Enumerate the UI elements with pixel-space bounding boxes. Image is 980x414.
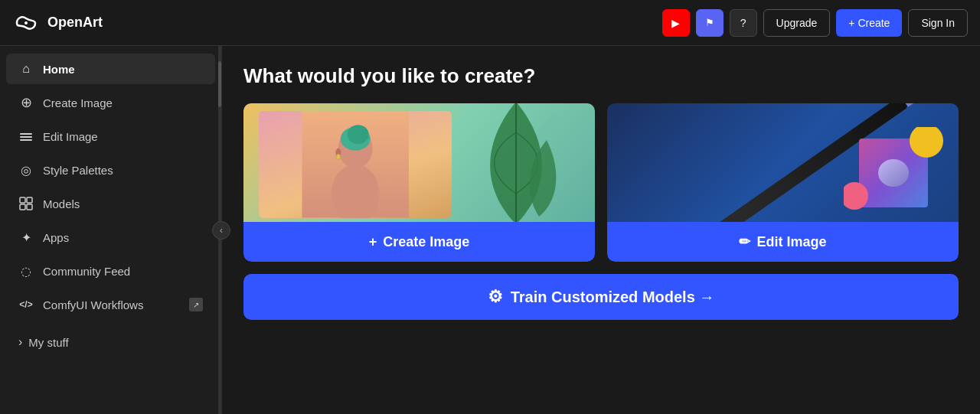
discord-icon: ⚑ (705, 17, 714, 28)
youtube-button[interactable]: ▶ (662, 9, 690, 37)
plus-icon: + (369, 234, 377, 250)
signin-button[interactable]: Sign In (908, 9, 968, 37)
sidebar: ‹ ⌂ Home ⊕ Create Image Edit Image (0, 46, 222, 414)
create-image-card-image (243, 103, 595, 222)
sidebar-item-label: Edit Image (43, 130, 203, 143)
sidebar-item-style-palettes[interactable]: ◎ Style Palettes (6, 155, 215, 185)
header-left: OpenArt (12, 14, 103, 32)
sidebar-item-comfyui-workflows[interactable]: </> ComfyUI Workflows ↗ (6, 289, 215, 320)
sidebar-item-label: Models (43, 197, 203, 210)
grid-icon (18, 196, 34, 211)
svg-rect-5 (27, 197, 32, 203)
youtube-icon: ▶ (671, 17, 680, 29)
svg-rect-4 (20, 197, 25, 203)
train-banner-label: Train Customized Models → (511, 288, 715, 306)
edit-card-background (607, 103, 959, 222)
svg-rect-1 (20, 133, 32, 135)
sidebar-item-my-stuff[interactable]: › My stuff (6, 328, 215, 357)
code-icon: </> (18, 297, 34, 312)
sidebar-item-label: ComfyUI Workflows (43, 298, 180, 311)
create-image-card-footer[interactable]: + Create Image (243, 222, 595, 262)
create-image-card[interactable]: + Create Image (243, 103, 595, 262)
page-title: What would you like to create? (243, 64, 959, 88)
upgrade-button[interactable]: Upgrade (763, 9, 831, 37)
layers-icon (18, 129, 34, 144)
sidebar-item-models[interactable]: Models (6, 188, 215, 219)
sidebar-item-apps[interactable]: ✦ Apps (6, 222, 215, 253)
sidebar-item-label: Apps (43, 231, 203, 244)
community-icon: ◌ (18, 263, 34, 279)
svg-rect-3 (20, 139, 32, 141)
sidebar-item-label: Style Palettes (43, 164, 203, 177)
header: OpenArt ▶ ⚑ ? Upgrade + Create Sign In (0, 0, 980, 46)
sidebar-item-label: Community Feed (43, 265, 203, 278)
discord-button[interactable]: ⚑ (696, 9, 724, 37)
sidebar-item-community-feed[interactable]: ◌ Community Feed (6, 256, 215, 286)
svg-point-11 (348, 125, 369, 144)
sidebar-item-edit-image[interactable]: Edit Image (6, 121, 215, 152)
sidebar-item-label: My stuff (28, 336, 68, 349)
create-card-background (243, 103, 595, 222)
sidebar-item-create-image[interactable]: ⊕ Create Image (6, 87, 215, 118)
plus-circle-icon: ⊕ (18, 95, 34, 110)
train-models-banner[interactable]: ⚙ Train Customized Models → (243, 274, 959, 320)
header-actions: ▶ ⚑ ? Upgrade + Create Sign In (662, 9, 968, 37)
help-icon: ? (740, 17, 746, 29)
portrait-panel (259, 111, 452, 218)
edit-image-card-footer[interactable]: ✏ Edit Image (607, 222, 959, 262)
chevron-left-icon: ‹ (220, 225, 223, 236)
scrollbar-thumb (218, 61, 221, 107)
settings-icon: ⚙ (488, 287, 503, 307)
external-link-icon: ↗ (189, 298, 203, 311)
sidebar-item-label: Home (43, 63, 203, 76)
logo-text: OpenArt (47, 15, 103, 31)
help-button[interactable]: ? (730, 9, 757, 37)
apps-icon: ✦ (18, 230, 34, 245)
body-layout: ‹ ⌂ Home ⊕ Create Image Edit Image (0, 46, 980, 414)
create-image-footer-label: Create Image (383, 234, 469, 250)
create-button[interactable]: + Create (836, 9, 902, 37)
palette-icon: ◎ (18, 162, 34, 178)
svg-rect-2 (20, 136, 32, 138)
svg-point-18 (878, 159, 909, 187)
svg-rect-7 (27, 204, 32, 210)
expand-icon: › (18, 335, 22, 349)
openart-logo-icon (12, 14, 40, 32)
main-content: What would you like to create? (222, 46, 980, 414)
svg-point-0 (24, 21, 28, 24)
pencil-icon: ✏ (739, 233, 750, 250)
edit-image-footer-label: Edit Image (756, 234, 826, 250)
sidebar-item-home[interactable]: ⌂ Home (6, 54, 215, 84)
svg-rect-6 (20, 204, 25, 210)
sidebar-toggle-button[interactable]: ‹ (212, 221, 230, 240)
home-icon: ⌂ (18, 61, 34, 77)
svg-point-14 (336, 154, 341, 159)
edit-image-card[interactable]: ✏ Edit Image (607, 103, 959, 262)
edit-image-card-image (607, 103, 959, 222)
cards-row: + Create Image (243, 103, 959, 262)
leaf-decoration (436, 103, 595, 222)
sidebar-item-label: Create Image (43, 96, 203, 109)
